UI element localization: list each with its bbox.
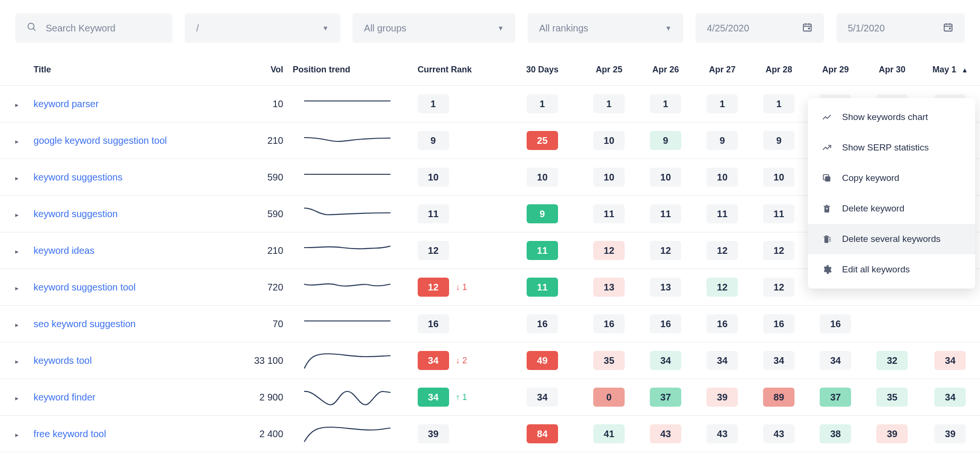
keyword-link[interactable]: free keyword tool [34,429,106,439]
menu-item-delete-multi[interactable]: Delete several keywords [808,224,975,254]
rank-pill: 25 [527,131,558,150]
col-days30[interactable]: 30 Days [504,56,580,86]
rank-delta: ↓ 1 [456,282,467,292]
menu-item-label: Copy keyword [842,173,899,183]
rank-pill: 34 [934,351,966,370]
col-date-6-label: May 1 [932,65,956,74]
rank-pill: 43 [763,424,794,443]
keyword-link[interactable]: keyword suggestion tool [34,282,136,292]
menu-item-label: Show keywords chart [842,112,928,122]
trend-sparkline [293,416,417,452]
trend-sparkline [293,306,417,342]
date-start-value: 4/25/2020 [707,23,749,34]
col-date-3[interactable]: Apr 28 [751,56,807,86]
keyword-link[interactable]: keyword suggestions [34,172,123,182]
rank-pill: 1 [650,94,681,113]
rank-pill: 37 [820,388,851,407]
menu-item-delete[interactable]: Delete keyword [808,193,975,224]
rank-pill: 38 [820,424,851,443]
menu-item-chart[interactable]: Show keywords chart [808,102,975,132]
rank-pill: 11 [706,204,738,223]
table-row: ▸ keyword finder 2 900 34↑ 1 34 03739893… [0,379,980,416]
col-trend[interactable]: Position trend [293,56,417,86]
table-row: ▸ seo keyword suggestion 70 16 16 161616… [0,306,980,342]
expand-row-icon[interactable]: ▸ [15,394,19,402]
rank-pill: 10 [706,168,738,187]
path-select[interactable]: / ▼ [185,13,340,43]
keyword-link[interactable]: keyword suggestion [34,209,118,219]
rank-pill: 34 [418,351,449,370]
rank-pill: 11 [418,204,449,223]
menu-item-copy[interactable]: Copy keyword [808,163,975,193]
rank-pill: 11 [527,241,558,260]
rank-pill: 12 [418,241,449,260]
chevron-down-icon: ▼ [497,24,504,32]
rank-pill: 12 [418,278,449,297]
menu-item-gear[interactable]: Edit all keywords [808,254,975,285]
rank-pill: 1 [763,94,794,113]
rank-pill: 11 [650,204,681,223]
groups-select[interactable]: All groups ▼ [353,13,515,43]
vol-value: 210 [267,135,283,146]
rank-pill: 9 [650,131,681,150]
menu-item-label: Show SERP statistics [842,142,929,153]
col-date-6[interactable]: May 1 ▲ [921,56,980,86]
svg-rect-15 [823,206,830,207]
trend-sparkline [293,342,417,379]
delete-icon [821,203,833,214]
rankings-select[interactable]: All rankings ▼ [528,13,683,43]
rank-pill: 34 [934,388,966,407]
date-start-input[interactable]: 4/25/2020 [696,13,824,43]
rank-pill: 12 [593,241,625,260]
keyword-link[interactable]: google keyword suggestion tool [34,135,167,146]
col-vol[interactable]: Vol [240,56,293,86]
keyword-link[interactable]: seo keyword suggestion [34,319,136,329]
menu-item-label: Delete keyword [842,203,904,214]
col-title[interactable]: Title [34,56,240,86]
keyword-link[interactable]: keyword finder [34,392,96,402]
search-icon [27,22,37,35]
svg-rect-12 [825,176,830,181]
expand-row-icon[interactable]: ▸ [15,431,19,439]
trend-sparkline [293,232,417,269]
rank-table-wrap: Title Vol Position trend Current Rank 30… [0,56,980,452]
rank-pill: 12 [706,241,738,260]
trend-icon [821,142,833,153]
rank-pill: 0 [593,388,625,407]
col-date-1[interactable]: Apr 26 [637,56,694,86]
col-current[interactable]: Current Rank [418,56,504,86]
rank-pill: 10 [593,131,625,150]
expand-row-icon[interactable]: ▸ [15,211,19,219]
rank-pill: 39 [706,388,738,407]
vol-value: 70 [273,319,283,329]
expand-row-icon[interactable]: ▸ [15,358,19,365]
expand-row-icon[interactable]: ▸ [15,284,19,292]
expand-row-icon[interactable]: ▸ [15,101,19,109]
expand-row-icon[interactable]: ▸ [15,138,19,145]
vol-value: 590 [267,172,283,182]
rank-pill: 10 [763,168,794,187]
rank-pill: 16 [418,314,449,333]
menu-item-trend[interactable]: Show SERP statistics [808,132,975,163]
col-date-4[interactable]: Apr 29 [807,56,864,86]
rank-pill: 1 [418,94,449,113]
rank-pill: 34 [650,351,681,370]
col-date-0[interactable]: Apr 25 [581,56,637,86]
col-date-5[interactable]: Apr 30 [864,56,921,86]
keyword-link[interactable]: keyword ideas [34,245,95,256]
rank-pill: 34 [527,388,558,407]
rank-pill: 39 [418,424,449,443]
search-keyword-input[interactable]: Search Keyword [15,13,172,43]
keyword-link[interactable]: keyword parser [34,99,99,109]
date-end-input[interactable]: 5/1/2020 [836,13,965,43]
svg-rect-16 [826,208,828,209]
rank-delta: ↓ 2 [456,356,467,366]
col-date-2[interactable]: Apr 27 [694,56,751,86]
rank-pill: 16 [706,314,738,333]
expand-row-icon[interactable]: ▸ [15,174,19,182]
trend-sparkline [293,159,417,196]
keyword-link[interactable]: keywords tool [34,355,92,366]
expand-row-icon[interactable]: ▸ [15,321,19,329]
expand-row-icon[interactable]: ▸ [15,248,19,255]
rank-pill: 39 [876,424,908,443]
